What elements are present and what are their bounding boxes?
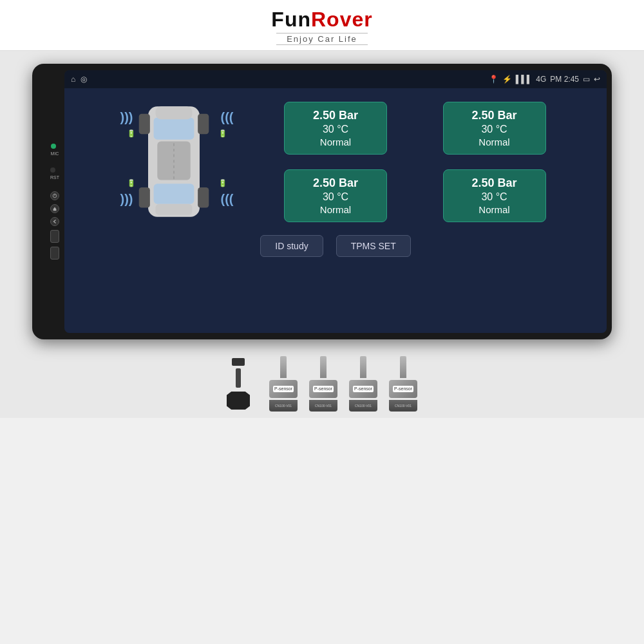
tire-front-right: 2.50 Bar 30 °C Normal [443, 102, 546, 155]
rl-status: Normal [294, 204, 377, 215]
mic-indicator: MIC [51, 144, 59, 156]
sensor-4-text: CN100-V01 [395, 404, 412, 408]
home-button[interactable] [50, 204, 59, 213]
sensor-3: P-sensor CN100-V01 [349, 356, 377, 412]
status-bar-left: ⌂ ◎ [71, 75, 87, 84]
sensor-3-bottom: CN100-V01 [349, 400, 377, 412]
tire-front-left: 2.50 Bar 30 °C Normal [284, 102, 387, 155]
sensor-2-stem [320, 356, 327, 378]
sensor-1: P-sensor CN100-V01 [269, 356, 298, 412]
fl-pressure: 2.50 Bar [294, 109, 377, 122]
sensor-2-label: P-sensor [313, 386, 334, 392]
sensor-4-body: P-sensor [389, 380, 417, 398]
sensor-2-bottom: CN100-V01 [309, 400, 337, 412]
car-top-view-wrapper: ))) ((( ))) ((( 🔋 🔋 🔋 🔋 [132, 97, 222, 226]
battery-rr: 🔋 [218, 179, 227, 187]
action-buttons-row: ID study TPMS SET [76, 235, 595, 257]
usb-dongle [227, 358, 250, 410]
tpms-icon[interactable]: ◎ [80, 75, 87, 84]
svg-rect-3 [153, 117, 194, 139]
sensor-2: P-sensor CN100-V01 [309, 356, 337, 412]
sensor-4-stem [400, 356, 406, 378]
svg-rect-10 [138, 187, 149, 207]
usb-receiver-box [227, 392, 250, 410]
battery-fr: 🔋 [218, 129, 227, 138]
power-button[interactable] [50, 191, 59, 200]
device-screen: ⌂ ◎ 📍 ⚡ ▌▌▌ 4G PM 2:45 ▭ ↩ [64, 70, 607, 333]
brand-fun: Fun [271, 8, 311, 31]
rst-indicator: RST [50, 167, 59, 180]
device-area: MIC RST [0, 51, 644, 346]
rl-temperature: 30 °C [294, 191, 377, 203]
tire-rear-right: 2.50 Bar 30 °C Normal [443, 169, 546, 222]
svg-rect-6 [155, 204, 192, 215]
sensor-4-bottom: CN100-V01 [389, 400, 417, 412]
side-buttons: MIC RST [50, 144, 59, 260]
sensor-1-body: P-sensor [269, 380, 298, 398]
sensor-3-label: P-sensor [353, 386, 374, 392]
tpms-set-button[interactable]: TPMS SET [336, 235, 411, 257]
fl-status: Normal [294, 137, 377, 147]
sensor-3-text: CN100-V01 [355, 404, 372, 408]
id-study-button[interactable]: ID study [260, 235, 323, 257]
svg-rect-5 [155, 106, 192, 119]
product-images-area: P-sensor CN100-V01 P-sensor CN100-V01 P-… [0, 346, 644, 418]
svg-rect-11 [198, 187, 209, 207]
sensor-2-body: P-sensor [309, 380, 337, 398]
signal-wave-fl: ))) [120, 110, 133, 125]
rl-pressure: 2.50 Bar [294, 176, 377, 190]
brand-name: FunRover [0, 8, 644, 32]
sensor-1-label: P-sensor [273, 386, 294, 392]
rst-dot [50, 167, 55, 173]
sensor-1-stem [280, 356, 287, 378]
brand-header: FunRover Enjoy Car Life [0, 0, 644, 51]
svg-rect-8 [138, 114, 149, 134]
brand-rover: Rover [311, 8, 373, 31]
status-bar-right: 📍 ⚡ ▌▌▌ 4G PM 2:45 ▭ ↩ [489, 75, 600, 84]
home-icon[interactable]: ⌂ [71, 75, 75, 84]
usb-plug [232, 358, 245, 366]
fr-status: Normal [453, 137, 536, 147]
nav-back-icon[interactable]: ↩ [594, 75, 600, 84]
tpms-screen-content: 2.50 Bar 30 °C Normal ))) ((( ))) ((( [64, 88, 607, 333]
sensor-4-label: P-sensor [393, 386, 413, 392]
clock: PM 2:45 [550, 75, 579, 84]
sensor-4: P-sensor CN100-V01 [389, 356, 417, 412]
usb-cable [236, 368, 241, 388]
mic-dot [51, 144, 56, 149]
location-icon: 📍 [489, 75, 498, 84]
sensor-1-text: CN100-V01 [275, 404, 292, 408]
sensor-2-text: CN100-V01 [315, 404, 332, 408]
back-button[interactable] [50, 217, 59, 226]
device-shell: MIC RST [32, 64, 612, 339]
fl-temperature: 30 °C [294, 124, 377, 135]
brand-tagline: Enjoy Car Life [276, 33, 368, 45]
mic-label: MIC [51, 151, 59, 156]
signal-wave-rl: ))) [120, 192, 133, 207]
sensor-1-bottom: CN100-V01 [269, 400, 298, 412]
network-label: 4G [536, 75, 546, 84]
sensor-group: P-sensor CN100-V01 P-sensor CN100-V01 P-… [269, 356, 417, 412]
bluetooth-icon: ⚡ [502, 75, 512, 84]
rst-label: RST [50, 175, 59, 180]
fr-pressure: 2.50 Bar [453, 109, 536, 122]
car-center-display: ))) ((( ))) ((( 🔋 🔋 🔋 🔋 [126, 97, 229, 226]
sensor-3-stem [360, 356, 366, 378]
signal-wave-fr: ((( [221, 110, 234, 125]
svg-rect-9 [198, 114, 209, 134]
vol-down-button[interactable] [50, 247, 59, 260]
vol-up-button[interactable] [50, 230, 59, 243]
rr-pressure: 2.50 Bar [453, 176, 536, 190]
sensor-3-body: P-sensor [349, 380, 377, 398]
signal-wave-rr: ((( [221, 192, 234, 207]
rr-status: Normal [453, 204, 536, 215]
signal-bars-icon: ▌▌▌ [516, 75, 533, 84]
battery-rl: 🔋 [127, 179, 136, 187]
fr-temperature: 30 °C [453, 124, 536, 135]
battery-fl: 🔋 [127, 129, 136, 138]
screen-cast-icon: ▭ [583, 75, 590, 84]
svg-rect-4 [153, 184, 194, 204]
status-bar: ⌂ ◎ 📍 ⚡ ▌▌▌ 4G PM 2:45 ▭ ↩ [64, 70, 607, 88]
car-svg [132, 97, 216, 226]
tpms-grid: 2.50 Bar 30 °C Normal ))) ((( ))) ((( [76, 97, 595, 226]
